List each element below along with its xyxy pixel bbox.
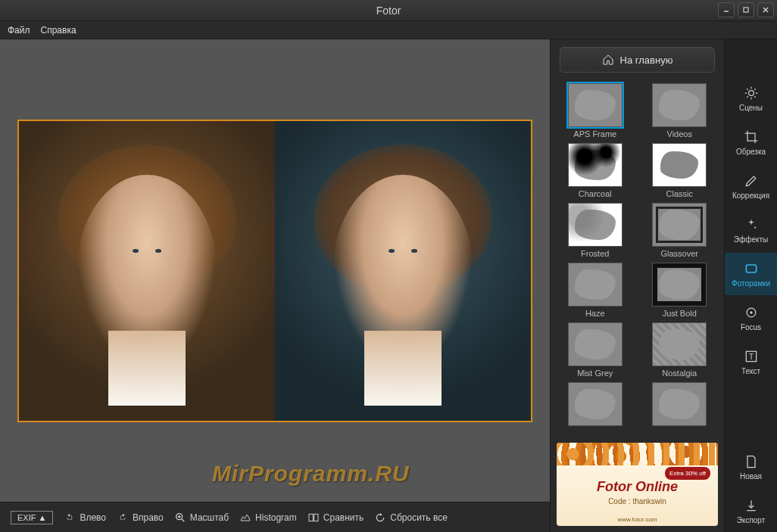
menu-help[interactable]: Справка [41,25,76,36]
tools-column: Сцены Обрезка Коррекция Эффекты Фоторамк… [724,39,777,532]
tool-adjust[interactable]: Коррекция [725,165,777,207]
frame-item-aps-frame[interactable]: APS Frame [557,83,634,138]
frame-icon [744,261,759,276]
svg-line-15 [747,89,748,90]
svg-line-5 [182,519,184,521]
frame-item-n10[interactable] [557,382,634,428]
crop-icon [744,129,759,145]
frame-item-haze[interactable]: Haze [557,263,634,318]
frame-label: Glassover [660,249,698,258]
promo-code: Code : thankswin [557,497,718,506]
histogram-icon [239,512,251,524]
reset-icon [374,512,386,524]
home-icon [602,54,614,66]
svg-rect-8 [309,514,313,521]
frame-item-charcoal[interactable]: Charcoal [557,143,634,198]
tool-export[interactable]: Экспорт [725,490,777,532]
frame-thumbnail [652,322,707,366]
svg-point-21 [750,311,752,313]
rotate-left-button[interactable]: Влево [64,512,106,524]
canvas-area[interactable]: 2 ◄ RLP100 465 3 ◄ RLP100 [0,39,550,502]
svg-line-16 [754,96,756,98]
frame-label: Nostalgia [662,369,697,378]
tool-text[interactable]: TТекст [725,341,777,383]
frame-label: Just Bold [663,309,697,318]
bottom-toolbar: EXIF ▲ Влево Вправо Масштаб Histogram Ср… [0,502,550,532]
svg-rect-1 [744,8,748,12]
frame-item-just-bold[interactable]: Just Bold [641,263,719,318]
zoom-icon [174,512,186,524]
frame-thumbnail [568,263,623,306]
frame-thumbnail [652,382,707,426]
frame-thumbnail [568,203,623,247]
sun-icon [744,86,759,101]
frame-thumbnail [568,322,623,366]
frame-label: Frosted [581,249,609,258]
target-icon [744,305,759,320]
frame-label: Videos [667,129,692,138]
frame-label: Haze [585,309,605,318]
frame-item-frosted[interactable]: Frosted [557,203,634,258]
frame-item-classic[interactable]: Classic [641,143,719,198]
frame-label: Classic [666,189,693,198]
window-controls [718,2,774,17]
sparkle-icon [744,217,759,232]
promo-url: www.fotor.com [557,516,718,523]
svg-line-17 [754,89,756,90]
promo-badge: Extra 30% off [665,467,710,480]
frames-grid[interactable]: APS FrameVideosCharcoalClassicFrostedGla… [551,80,724,438]
frame-thumbnail [652,83,707,127]
menu-file[interactable]: Файл [8,25,30,36]
image-preview: 2 ◄ RLP100 465 3 ◄ RLP100 [17,120,532,422]
compare-button[interactable]: Сравнить [307,512,364,524]
promo-banner[interactable]: Extra 30% off Fotor Online Code : thanks… [557,443,718,526]
home-button[interactable]: На главную [560,47,715,73]
reset-button[interactable]: Сбросить все [374,512,448,524]
tool-new[interactable]: Новая [725,446,777,488]
exif-button[interactable]: EXIF ▲ [11,511,53,524]
zoom-button[interactable]: Масштаб [174,512,229,524]
frame-thumbnail [652,203,707,247]
tool-focus[interactable]: Focus [725,297,777,339]
document-icon [744,454,759,469]
frame-label: Mist Grey [577,369,613,378]
export-icon [744,498,759,513]
maximize-button[interactable] [738,2,754,17]
svg-line-18 [747,96,748,98]
menubar: Файл Справка [0,21,777,39]
frame-label: APS Frame [573,129,616,138]
promo-title: Fotor Online [557,479,718,495]
compare-icon [307,512,320,524]
frame-thumbnail [652,263,707,306]
tool-scenes[interactable]: Сцены [725,77,777,120]
titlebar: Fotor [0,0,777,21]
rotate-right-icon [117,512,129,524]
app-title: Fotor [376,5,401,17]
frame-item-nostalgia[interactable]: Nostalgia [641,322,719,378]
svg-text:T: T [748,353,753,361]
rotate-right-button[interactable]: Вправо [117,512,164,524]
svg-rect-9 [314,514,317,521]
frame-thumbnail [652,143,707,187]
frame-thumbnail [568,83,623,127]
frame-item-glassover[interactable]: Glassover [641,203,719,258]
tool-effects[interactable]: Эффекты [725,209,777,251]
tool-frames[interactable]: Фоторамки [725,253,777,295]
minimize-button[interactable] [718,2,735,17]
histogram-button[interactable]: Histogram [239,512,297,524]
frame-thumbnail [568,143,623,187]
svg-point-10 [748,90,754,95]
text-icon: T [744,349,759,364]
frame-item-n11[interactable] [641,382,719,428]
frame-item-videos[interactable]: Videos [641,83,719,138]
frame-thumbnail [568,382,623,426]
svg-rect-19 [746,265,756,272]
leaves-decoration [557,443,718,465]
tool-crop[interactable]: Обрезка [725,121,777,163]
pencil-icon [744,173,759,188]
rotate-left-icon [64,512,76,524]
frame-label: Charcoal [579,189,612,198]
frame-item-mist-grey[interactable]: Mist Grey [557,322,634,378]
close-button[interactable] [757,2,774,17]
